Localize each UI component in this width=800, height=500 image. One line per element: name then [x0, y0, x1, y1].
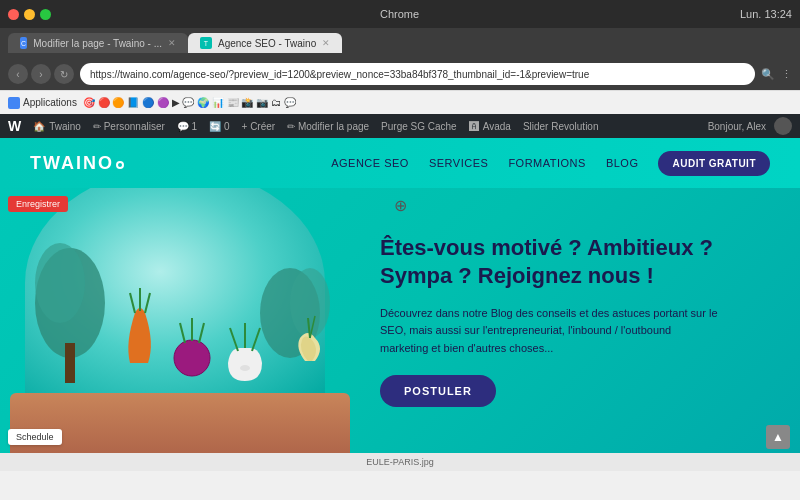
wp-creer-text: + Créer: [242, 121, 276, 132]
address-bar-row: ‹ › ↻ https://twaino.com/agence-seo/?pre…: [0, 58, 800, 90]
wp-twaino-label: 🏠: [33, 121, 45, 132]
wp-updates[interactable]: 🔄 0: [209, 121, 229, 132]
hero-title-line2: Sympa ? Rejoignez nous !: [380, 263, 654, 288]
nav-links: AGENCE SEO SERVICES FORMATIONS BLOG AUDI…: [331, 151, 770, 176]
wp-greeting-text: Bonjour, Alex: [708, 121, 766, 132]
wp-slider[interactable]: Slider Revolution: [523, 121, 599, 132]
clock: Lun. 13:24: [740, 8, 792, 20]
enregistrer-badge[interactable]: Enregistrer: [8, 196, 68, 212]
wp-purge[interactable]: Purge SG Cache: [381, 121, 457, 132]
site-logo: TWAINO: [30, 153, 124, 174]
tab-label-agence: Agence SEO - Twaino: [218, 38, 316, 49]
wp-comments[interactable]: 💬 1: [177, 121, 197, 132]
plants-illustration: [30, 223, 340, 423]
wp-twaino[interactable]: 🏠 Twaino: [33, 121, 81, 132]
title-bar-right: Lun. 13:24: [740, 8, 792, 20]
tab-close-modifier[interactable]: ✕: [168, 38, 176, 48]
wp-personnaliser-text: ✏ Personnaliser: [93, 121, 165, 132]
tab-label-modifier: Modifier la page - Twaino - ...: [33, 38, 162, 49]
minimize-button[interactable]: [24, 9, 35, 20]
wp-avada-icon: 🅰: [469, 121, 479, 132]
move-icon[interactable]: ⊕: [394, 196, 407, 215]
scroll-to-top-button[interactable]: ▲: [766, 425, 790, 449]
svg-line-5: [145, 293, 150, 313]
tab-agence-seo[interactable]: T Agence SEO - Twaino ✕: [188, 33, 342, 53]
app-title: Chrome: [380, 8, 419, 20]
bookmark-favicon: [8, 97, 20, 109]
svg-line-3: [130, 293, 135, 313]
hero-content: Êtes-vous motivé ? Ambitieux ? Sympa ? R…: [380, 188, 800, 453]
wp-avada-text: Avada: [483, 121, 511, 132]
address-icons: 🔍 ⋮: [761, 68, 792, 81]
footer-bar: EULE-PARIS.jpg ▲: [0, 453, 800, 471]
address-text: https://twaino.com/agence-seo/?preview_i…: [90, 69, 589, 80]
wp-modifier-text: ✏ Modifier la page: [287, 121, 369, 132]
postuler-button[interactable]: POSTULER: [380, 375, 496, 407]
nav-agence-seo[interactable]: AGENCE SEO: [331, 157, 409, 169]
nav-buttons: ‹ › ↻: [8, 64, 74, 84]
wp-modifier[interactable]: ✏ Modifier la page: [287, 121, 369, 132]
wp-slider-text: Slider Revolution: [523, 121, 599, 132]
nav-services[interactable]: SERVICES: [429, 157, 488, 169]
svg-rect-2: [65, 343, 75, 383]
tab-bar: C Modifier la page - Twaino - ... ✕ T Ag…: [0, 28, 800, 58]
svg-point-14: [240, 365, 250, 371]
back-button[interactable]: ‹: [8, 64, 28, 84]
close-button[interactable]: [8, 9, 19, 20]
bookmarks-bar: Applications 🎯 🔴 🟠 📘 🔵 🟣 ▶ 💬 🌍 📊 📰 📸 📷 🗂…: [0, 90, 800, 114]
audit-gratuit-button[interactable]: AUDIT GRATUIT: [658, 151, 770, 176]
title-bar: Chrome Lun. 13:24: [0, 0, 800, 28]
schedule-badge[interactable]: Schedule: [8, 429, 62, 445]
bookmark-label: Applications: [23, 97, 77, 108]
svg-point-16: [290, 268, 330, 338]
logo-cursor: [116, 161, 124, 169]
hero-section: Enregistrer ⊕: [0, 188, 800, 453]
wp-updates-text: 🔄 0: [209, 121, 229, 132]
wp-avada[interactable]: 🅰 Avada: [469, 121, 511, 132]
tab-close-agence[interactable]: ✕: [322, 38, 330, 48]
svg-point-1: [35, 243, 85, 323]
hero-illustration: Schedule: [0, 188, 380, 453]
svg-line-11: [230, 328, 238, 351]
svg-line-10: [199, 323, 204, 343]
wp-greeting: Bonjour, Alex: [708, 117, 792, 135]
forward-button[interactable]: ›: [31, 64, 51, 84]
reload-button[interactable]: ↻: [54, 64, 74, 84]
wp-logo: W: [8, 118, 21, 134]
tab-favicon-modifier: C: [20, 37, 27, 49]
hero-description: Découvrez dans notre Blog des conseils e…: [380, 305, 720, 358]
address-input[interactable]: https://twaino.com/agence-seo/?preview_i…: [80, 63, 755, 85]
tab-modifier[interactable]: C Modifier la page - Twaino - ... ✕: [8, 33, 188, 53]
wp-purge-text: Purge SG Cache: [381, 121, 457, 132]
bookmark-applications[interactable]: Applications: [8, 97, 77, 109]
svg-line-8: [180, 323, 185, 343]
hero-title: Êtes-vous motivé ? Ambitieux ? Sympa ? R…: [380, 234, 770, 291]
hero-title-line1: Êtes-vous motivé ? Ambitieux ?: [380, 235, 713, 260]
nav-formations[interactable]: FORMATIONS: [508, 157, 586, 169]
footer-filename: EULE-PARIS.jpg: [366, 457, 433, 467]
settings-icon[interactable]: ⋮: [781, 68, 792, 81]
wp-creer[interactable]: + Créer: [242, 121, 276, 132]
bookmark-icons-row: 🎯 🔴 🟠 📘 🔵 🟣 ▶ 💬 🌍 📊 📰 📸 📷 🗂 💬: [83, 97, 296, 108]
title-bar-info: Chrome: [65, 8, 734, 20]
enregistrer-text: Enregistrer: [16, 199, 60, 209]
wp-twaino-text: Twaino: [49, 121, 81, 132]
tab-favicon-agence: T: [200, 37, 212, 49]
nav-blog[interactable]: BLOG: [606, 157, 639, 169]
wp-admin-bar: W 🏠 Twaino ✏ Personnaliser 💬 1 🔄 0 + Cré…: [0, 114, 800, 138]
maximize-button[interactable]: [40, 9, 51, 20]
scroll-top-icon: ▲: [772, 430, 784, 444]
search-icon[interactable]: 🔍: [761, 68, 775, 81]
wp-comments-text: 💬 1: [177, 121, 197, 132]
schedule-text: Schedule: [16, 432, 54, 442]
site-nav: TWAINO AGENCE SEO SERVICES FORMATIONS BL…: [0, 138, 800, 188]
traffic-lights: [8, 9, 51, 20]
wp-personnaliser[interactable]: ✏ Personnaliser: [93, 121, 165, 132]
svg-line-13: [252, 328, 260, 351]
wp-avatar: [774, 117, 792, 135]
